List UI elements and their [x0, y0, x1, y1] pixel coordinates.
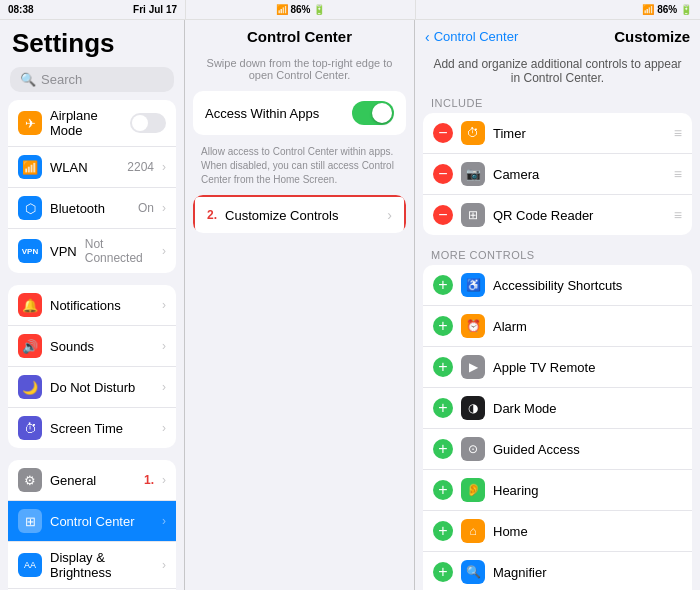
vpn-icon: VPN — [18, 239, 42, 263]
settings-item-notifications[interactable]: 🔔 Notifications › — [8, 285, 176, 326]
donotdisturb-label: Do Not Disturb — [50, 380, 154, 395]
settings-item-bluetooth[interactable]: ⬡ Bluetooth On › — [8, 188, 176, 229]
control-center-panel: Control Center Swipe down from the top-r… — [185, 20, 415, 590]
include-section-label: INCLUDE — [415, 93, 700, 113]
customize-title: Customize — [608, 28, 690, 45]
settings-item-controlcenter[interactable]: ⊞ Control Center › — [8, 501, 176, 542]
cc-access-label: Access Within Apps — [205, 106, 344, 121]
cc-access-desc: Allow access to Control Center within ap… — [185, 145, 414, 195]
more-home-row[interactable]: + ⌂ Home — [423, 511, 692, 552]
more-alarm-row[interactable]: + ⏰ Alarm — [423, 306, 692, 347]
p2-battery-icon: 📶 86% 🔋 — [276, 4, 326, 15]
sounds-label: Sounds — [50, 339, 154, 354]
include-card: − ⏱ Timer ≡ − 📷 Camera ≡ − ⊞ QR Code Rea… — [423, 113, 692, 235]
settings-item-displaybrightness[interactable]: AA Display & Brightness › — [8, 542, 176, 589]
cc-access-row[interactable]: Access Within Apps — [193, 91, 406, 135]
more-magnifier-row[interactable]: + 🔍 Magnifier — [423, 552, 692, 590]
bluetooth-value: On — [138, 201, 154, 215]
more-appletv-label: Apple TV Remote — [493, 360, 682, 375]
cc-description: Swipe down from the top-right edge to op… — [185, 53, 414, 91]
accessibility-plus-btn[interactable]: + — [433, 275, 453, 295]
more-appletv-icon: ▶ — [461, 355, 485, 379]
controlcenter-label: Control Center — [50, 514, 154, 529]
settings-item-airplane[interactable]: ✈ Airplane Mode — [8, 100, 176, 147]
settings-group-alerts: 🔔 Notifications › 🔊 Sounds › 🌙 Do Not Di… — [8, 285, 176, 448]
more-darkmode-row[interactable]: + ◑ Dark Mode — [423, 388, 692, 429]
camera-label: Camera — [493, 167, 666, 182]
p3-battery: 📶 86% 🔋 — [642, 4, 692, 15]
bluetooth-label: Bluetooth — [50, 201, 130, 216]
settings-group-connectivity: ✈ Airplane Mode 📶 WLAN 2204 › ⬡ Bluetoot… — [8, 100, 176, 273]
more-darkmode-icon: ◑ — [461, 396, 485, 420]
wlan-value: 2204 — [127, 160, 154, 174]
more-alarm-icon: ⏰ — [461, 314, 485, 338]
customize-header: ‹ Control Center Customize — [415, 20, 700, 53]
access-toggle[interactable] — [352, 101, 394, 125]
search-bar[interactable]: 🔍 Search — [10, 67, 174, 92]
timer-label: Timer — [493, 126, 666, 141]
settings-title: Settings — [0, 20, 184, 63]
more-guidedaccess-icon: ⊙ — [461, 437, 485, 461]
settings-item-wlan[interactable]: 📶 WLAN 2204 › — [8, 147, 176, 188]
qrcode-label: QR Code Reader — [493, 208, 666, 223]
settings-item-general[interactable]: ⚙ General 1. › — [8, 460, 176, 501]
customize-description: Add and organize additional controls to … — [415, 53, 700, 93]
wlan-icon: 📶 — [18, 155, 42, 179]
cc-customize-row[interactable]: 2. Customize Controls › — [193, 195, 406, 233]
timer-drag-handle[interactable]: ≡ — [674, 125, 682, 141]
customize-controls-label: Customize Controls — [225, 208, 379, 223]
cc-title: Control Center — [185, 20, 414, 53]
home-plus-btn[interactable]: + — [433, 521, 453, 541]
customize-chevron: › — [387, 207, 392, 223]
settings-item-screentime[interactable]: ⏱ Screen Time › — [8, 408, 176, 448]
search-icon: 🔍 — [20, 72, 36, 87]
bluetooth-icon: ⬡ — [18, 196, 42, 220]
back-link[interactable]: Control Center — [434, 29, 519, 44]
camera-minus-btn[interactable]: − — [433, 164, 453, 184]
cc-customize-card: 2. Customize Controls › — [193, 195, 406, 233]
more-hearing-label: Hearing — [493, 483, 682, 498]
step1-annotation: 1. — [144, 473, 154, 487]
search-placeholder: Search — [41, 72, 82, 87]
hearing-plus-btn[interactable]: + — [433, 480, 453, 500]
include-qrcode-row[interactable]: − ⊞ QR Code Reader ≡ — [423, 195, 692, 235]
qrcode-icon: ⊞ — [461, 203, 485, 227]
timer-minus-btn[interactable]: − — [433, 123, 453, 143]
vpn-label: VPN — [50, 244, 77, 259]
darkmode-plus-btn[interactable]: + — [433, 398, 453, 418]
customize-panel: ‹ Control Center Customize Add and organ… — [415, 20, 700, 590]
step2-annotation: 2. — [207, 208, 217, 222]
more-hearing-row[interactable]: + 👂 Hearing — [423, 470, 692, 511]
camera-icon: 📷 — [461, 162, 485, 186]
more-guidedaccess-label: Guided Access — [493, 442, 682, 457]
qrcode-drag-handle[interactable]: ≡ — [674, 207, 682, 223]
settings-item-donotdisturb[interactable]: 🌙 Do Not Disturb › — [8, 367, 176, 408]
camera-drag-handle[interactable]: ≡ — [674, 166, 682, 182]
guidedaccess-plus-btn[interactable]: + — [433, 439, 453, 459]
more-accessibility-row[interactable]: + ♿ Accessibility Shortcuts — [423, 265, 692, 306]
settings-item-vpn[interactable]: VPN VPN Not Connected › — [8, 229, 176, 273]
alarm-plus-btn[interactable]: + — [433, 316, 453, 336]
more-darkmode-label: Dark Mode — [493, 401, 682, 416]
settings-item-sounds[interactable]: 🔊 Sounds › — [8, 326, 176, 367]
magnifier-plus-btn[interactable]: + — [433, 562, 453, 582]
include-timer-row[interactable]: − ⏱ Timer ≡ — [423, 113, 692, 154]
status-date: Fri Jul 17 — [133, 4, 177, 15]
airplane-label: Airplane Mode — [50, 108, 122, 138]
timer-icon: ⏱ — [461, 121, 485, 145]
include-camera-row[interactable]: − 📷 Camera ≡ — [423, 154, 692, 195]
displaybrightness-label: Display & Brightness — [50, 550, 154, 580]
general-label: General — [50, 473, 136, 488]
status-time: 08:38 — [8, 4, 34, 15]
vpn-value: Not Connected — [85, 237, 154, 265]
more-appletv-row[interactable]: + ▶ Apple TV Remote — [423, 347, 692, 388]
more-accessibility-label: Accessibility Shortcuts — [493, 278, 682, 293]
more-guidedaccess-row[interactable]: + ⊙ Guided Access — [423, 429, 692, 470]
more-home-label: Home — [493, 524, 682, 539]
notifications-label: Notifications — [50, 298, 154, 313]
airplane-toggle[interactable] — [130, 113, 166, 133]
donotdisturb-icon: 🌙 — [18, 375, 42, 399]
appletv-plus-btn[interactable]: + — [433, 357, 453, 377]
qrcode-minus-btn[interactable]: − — [433, 205, 453, 225]
more-card: + ♿ Accessibility Shortcuts + ⏰ Alarm + … — [423, 265, 692, 590]
